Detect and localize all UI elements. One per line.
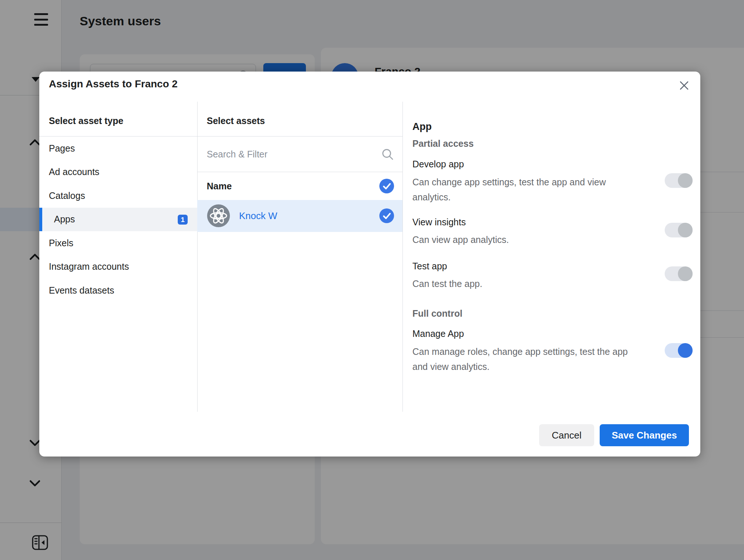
permission-test-app-description: Can test the app. xyxy=(412,276,635,291)
toggle-knob xyxy=(678,223,693,237)
cancel-button[interactable]: Cancel xyxy=(539,424,594,446)
asset-type-list: Pages Ad accounts Catalogs Apps 1 Pixels… xyxy=(39,137,197,302)
save-changes-button[interactable]: Save Changes xyxy=(600,424,689,446)
search-input[interactable] xyxy=(197,137,402,172)
section-partial-access: Partial access xyxy=(412,138,474,149)
assign-assets-dialog: Assign Assets to Franco 2 Select asset t… xyxy=(39,72,700,457)
atom-app-icon xyxy=(207,204,230,227)
permission-test-app-label: Test app xyxy=(412,261,447,272)
asset-type-ad-accounts[interactable]: Ad accounts xyxy=(39,160,197,184)
section-full-control: Full control xyxy=(412,308,462,319)
toggle-knob xyxy=(678,343,693,358)
asset-type-pixels[interactable]: Pixels xyxy=(39,231,197,255)
asset-type-instagram-accounts[interactable]: Instagram accounts xyxy=(39,255,197,279)
dialog-title: Assign Assets to Franco 2 xyxy=(49,78,178,90)
permission-view-insights-description: Can view app analytics. xyxy=(412,232,635,247)
assets-column-header: Select assets xyxy=(207,116,265,126)
asset-type-column-header: Select asset type xyxy=(49,116,123,126)
select-all-checkbox[interactable] xyxy=(379,179,394,193)
test-app-toggle[interactable] xyxy=(665,266,693,281)
asset-type-apps[interactable]: Apps 1 xyxy=(39,208,197,232)
close-icon[interactable] xyxy=(678,80,693,94)
permission-develop-app-label: Develop app xyxy=(412,159,464,170)
permission-manage-app-description: Can manage roles, change app settings, t… xyxy=(412,344,635,374)
search-icon xyxy=(381,148,394,161)
name-column-header: Name xyxy=(207,181,232,192)
asset-type-events-datasets[interactable]: Events datasets xyxy=(39,279,197,302)
permission-develop-app-description: Can change app settings, test the app an… xyxy=(412,175,635,205)
permission-manage-app-label: Manage App xyxy=(412,328,464,339)
asset-type-pages[interactable]: Pages xyxy=(39,137,197,160)
asset-search-row xyxy=(197,137,402,172)
asset-name: Knock W xyxy=(239,210,277,222)
asset-checkbox[interactable] xyxy=(379,208,394,223)
manage-app-toggle[interactable] xyxy=(665,343,693,358)
selected-count-badge: 1 xyxy=(178,215,188,225)
asset-type-catalogs[interactable]: Catalogs xyxy=(39,184,197,208)
develop-app-toggle[interactable] xyxy=(665,173,693,188)
toggle-knob xyxy=(678,173,693,188)
column-divider xyxy=(402,102,403,412)
asset-row-knock-w[interactable]: Knock W xyxy=(197,200,402,232)
view-insights-toggle[interactable] xyxy=(665,223,693,237)
permissions-header: App xyxy=(412,121,431,132)
assets-table-header: Name xyxy=(197,172,402,200)
permission-view-insights-label: View insights xyxy=(412,217,466,228)
toggle-knob xyxy=(678,266,693,281)
